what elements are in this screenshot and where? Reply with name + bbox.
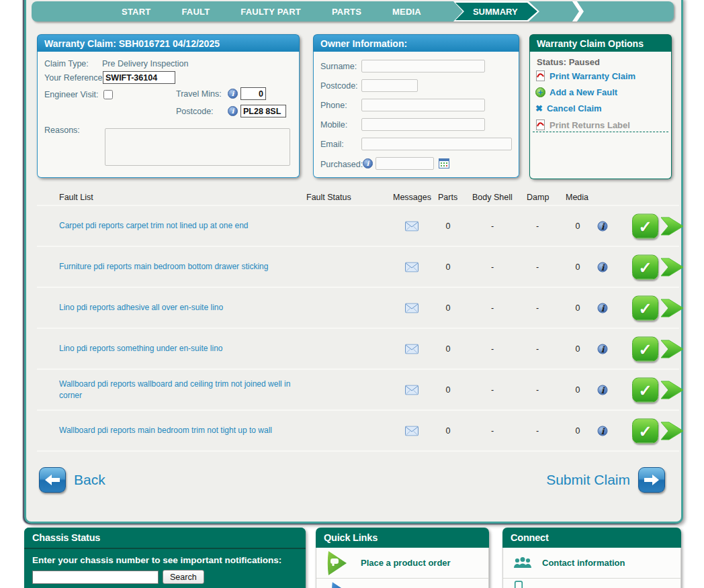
damp-value: - bbox=[536, 385, 539, 395]
tab-start[interactable]: START bbox=[122, 7, 150, 17]
table-row: Wallboard pdi reports wallboard and ceil… bbox=[37, 370, 679, 411]
fault-link[interactable]: Lino pdi reports something under en-suit… bbox=[59, 343, 312, 354]
surname-input[interactable] bbox=[361, 60, 485, 72]
add-new-fault-link[interactable]: + Add a New Fault bbox=[535, 87, 617, 97]
phone-input[interactable] bbox=[361, 99, 485, 111]
purchased-date-input[interactable] bbox=[376, 157, 434, 170]
tab-summary-active[interactable]: SUMMARY bbox=[453, 1, 539, 21]
submit-claim-button[interactable] bbox=[638, 467, 665, 493]
quick-links-panel: Quick Links Place a product order bbox=[316, 528, 489, 588]
people-icon bbox=[513, 556, 533, 569]
claim-postcode-info-icon[interactable]: i bbox=[228, 106, 238, 116]
messages-icon[interactable] bbox=[405, 221, 419, 231]
fault-link[interactable]: Lino pdi reports adhesive all over en-su… bbox=[59, 302, 312, 313]
body-shell-value: - bbox=[491, 303, 494, 313]
claim-postcode-input[interactable] bbox=[240, 105, 286, 117]
messages-icon[interactable] bbox=[405, 426, 419, 436]
table-row: Lino pdi reports something under en-suit… bbox=[37, 329, 679, 370]
add-icon: + bbox=[535, 87, 545, 97]
owner-postcode-input[interactable] bbox=[361, 79, 418, 92]
connect-icon bbox=[513, 581, 525, 588]
reasons-textarea[interactable] bbox=[105, 128, 290, 166]
col-body-shell: Body Shell bbox=[472, 193, 513, 202]
media-count: 0 bbox=[576, 385, 580, 395]
media-count: 0 bbox=[576, 303, 580, 313]
open-fault-arrow-button[interactable] bbox=[660, 213, 685, 240]
owner-information-title: Owner Information: bbox=[320, 38, 407, 49]
info-icon[interactable]: i bbox=[598, 221, 608, 231]
damp-value: - bbox=[536, 303, 539, 313]
fault-complete-check-button[interactable]: ✓ bbox=[632, 336, 658, 361]
messages-icon[interactable] bbox=[405, 385, 419, 395]
open-fault-arrow-button[interactable] bbox=[660, 295, 685, 322]
messages-icon[interactable] bbox=[405, 262, 419, 272]
back-label[interactable]: Back bbox=[74, 472, 105, 488]
quick-link-partial-row[interactable] bbox=[316, 579, 488, 588]
messages-icon[interactable] bbox=[405, 344, 419, 354]
chassis-prompt: Enter your chassis number to see importa… bbox=[24, 549, 306, 570]
fault-complete-check-button[interactable]: ✓ bbox=[632, 377, 658, 402]
main-claim-container: START FAULT FAULTY PART PARTS MEDIA SUMM… bbox=[24, 0, 683, 524]
connect-panel: Connect Contact information bbox=[502, 528, 681, 588]
damp-value: - bbox=[536, 222, 539, 231]
body-shell-value: - bbox=[491, 222, 494, 231]
place-product-order-label: Place a product order bbox=[361, 558, 451, 568]
owner-information-header: Owner Information: bbox=[313, 34, 519, 52]
travel-mins-input[interactable] bbox=[240, 87, 266, 100]
submit-claim-label[interactable]: Submit Claim bbox=[546, 472, 630, 488]
cancel-claim-label: Cancel Claim bbox=[547, 103, 602, 113]
fault-link[interactable]: Carpet pdi reports carpet trim not lined… bbox=[59, 220, 312, 232]
media-count: 0 bbox=[576, 262, 580, 272]
calendar-icon[interactable] bbox=[439, 158, 450, 172]
warranty-claim-title: Warranty Claim: SBH016721 04/12/2025 bbox=[44, 38, 220, 49]
step-navbar: START FAULT FAULTY PART PARTS MEDIA SUMM… bbox=[32, 1, 674, 21]
print-returns-label-link[interactable]: Print Returns Label bbox=[535, 119, 630, 130]
email-input[interactable] bbox=[361, 138, 512, 150]
parts-count: 0 bbox=[446, 262, 451, 272]
info-icon[interactable]: i bbox=[598, 385, 608, 395]
info-icon[interactable]: i bbox=[598, 426, 608, 436]
your-reference-input[interactable] bbox=[103, 71, 175, 84]
engineer-visit-checkbox[interactable] bbox=[103, 90, 113, 99]
tab-faulty-part[interactable]: FAULTY PART bbox=[240, 7, 301, 17]
tab-fault[interactable]: FAULT bbox=[181, 7, 210, 17]
fault-link[interactable]: Wallboard pdi reports main bedroom trim … bbox=[59, 425, 312, 436]
fault-link[interactable]: Wallboard pdi reports wallboard and ceil… bbox=[59, 378, 312, 401]
open-fault-arrow-button[interactable] bbox=[660, 418, 685, 444]
place-product-order-link[interactable]: Place a product order bbox=[316, 548, 488, 579]
info-icon[interactable]: i bbox=[598, 303, 608, 313]
open-fault-arrow-button[interactable] bbox=[660, 336, 685, 362]
mobile-input[interactable] bbox=[361, 118, 485, 131]
print-warranty-claim-link[interactable]: Print Warranty Claim bbox=[535, 70, 635, 81]
open-fault-arrow-button[interactable] bbox=[660, 254, 685, 281]
fault-complete-check-button[interactable]: ✓ bbox=[632, 295, 658, 320]
info-icon[interactable]: i bbox=[598, 344, 608, 354]
cancel-claim-link[interactable]: ✖ Cancel Claim bbox=[535, 103, 602, 113]
fault-complete-check-button[interactable]: ✓ bbox=[632, 418, 658, 443]
warranty-claim-panel: Warranty Claim: SBH016721 04/12/2025 Cla… bbox=[37, 34, 300, 178]
chassis-search-button[interactable]: Search bbox=[163, 570, 204, 584]
purchased-info-icon[interactable]: i bbox=[363, 158, 373, 168]
pdf-icon bbox=[535, 119, 545, 130]
chassis-number-input[interactable] bbox=[32, 571, 159, 584]
contact-information-link[interactable]: Contact information bbox=[503, 548, 680, 579]
fault-link[interactable]: Furniture pdi reports main bedroom botto… bbox=[59, 261, 312, 273]
back-button[interactable] bbox=[39, 467, 66, 493]
info-icon[interactable]: i bbox=[598, 262, 608, 272]
owner-postcode-label: Postcode: bbox=[320, 81, 358, 91]
fault-complete-check-button[interactable]: ✓ bbox=[632, 254, 658, 279]
messages-icon[interactable] bbox=[405, 303, 419, 313]
claim-type-label: Claim Type: bbox=[44, 59, 89, 68]
col-fault-status: Fault Status bbox=[306, 193, 351, 202]
table-row: Furniture pdi reports main bedroom botto… bbox=[37, 247, 679, 288]
options-divider bbox=[533, 132, 668, 132]
open-fault-arrow-button[interactable] bbox=[660, 377, 685, 403]
connect-title: Connect bbox=[511, 532, 549, 543]
fault-complete-check-button[interactable]: ✓ bbox=[632, 213, 658, 238]
quick-links-header: Quick Links bbox=[316, 528, 489, 548]
submit-group: Submit Claim bbox=[546, 467, 665, 493]
travel-mins-info-icon[interactable]: i bbox=[228, 89, 238, 99]
tab-media[interactable]: MEDIA bbox=[392, 7, 421, 17]
connect-partial-row[interactable] bbox=[503, 579, 680, 588]
tab-parts[interactable]: PARTS bbox=[332, 7, 361, 17]
